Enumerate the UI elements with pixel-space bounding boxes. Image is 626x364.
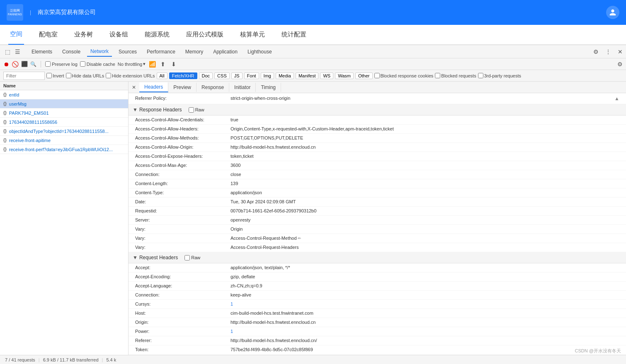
response-headers-section[interactable]: ▼ Response Headers Raw bbox=[129, 104, 626, 116]
nav-item-energy[interactable]: 能源系统 bbox=[143, 25, 171, 45]
tab-performance[interactable]: Performance bbox=[143, 47, 179, 56]
nav-bar: 空间 配电室 业务树 设备组 能源系统 应用公式模版 核算单元 统计配置 bbox=[0, 25, 626, 45]
filter-wasm[interactable]: Wasm bbox=[335, 72, 354, 79]
import-icon[interactable]: ⬆ bbox=[159, 60, 167, 68]
list-item[interactable]: {} receive-front-perf?data=eyJibGFua1Rpb… bbox=[0, 145, 128, 154]
filter-fetch-xhr[interactable]: Fetch/XHR bbox=[169, 72, 197, 79]
filter-ws[interactable]: WS bbox=[320, 72, 333, 79]
blocked-response-cookies-label[interactable]: Blocked response cookies bbox=[374, 73, 434, 78]
clear-button[interactable]: 🚫 bbox=[12, 61, 19, 67]
nav-item-formula[interactable]: 应用公式模版 bbox=[184, 25, 225, 45]
throttle-select[interactable]: No throttling ▾ bbox=[118, 61, 146, 67]
record-button[interactable]: ⏺ bbox=[3, 61, 9, 67]
tab-sources[interactable]: Sources bbox=[115, 47, 140, 56]
inspect-icon[interactable]: ⬚ bbox=[3, 48, 12, 56]
tab-headers[interactable]: Headers bbox=[139, 82, 168, 92]
request-headers-section[interactable]: ▼ Request Headers Raw bbox=[129, 252, 626, 263]
list-item[interactable]: {} PARK7942_EMS01 bbox=[0, 108, 128, 118]
req-icon: {} bbox=[3, 129, 7, 133]
raw-checkbox-response[interactable]: Raw bbox=[189, 107, 204, 113]
req-name: receive-front-perf?data=eyJibGFua1RpbWUi… bbox=[9, 147, 113, 152]
nav-item-space[interactable]: 空间 bbox=[8, 25, 24, 45]
header-row: Power: 1 bbox=[129, 327, 626, 336]
tab-lighthouse[interactable]: Lighthouse bbox=[244, 47, 275, 56]
tab-timing[interactable]: Timing bbox=[256, 83, 281, 92]
hide-data-urls-checkbox[interactable] bbox=[66, 73, 71, 78]
raw-checkbox-request[interactable]: Raw bbox=[184, 255, 200, 260]
tab-console[interactable]: Console bbox=[59, 47, 84, 56]
nav-item-device[interactable]: 设备组 bbox=[108, 25, 130, 45]
header-row: Content-Length: 139 bbox=[129, 179, 626, 188]
user-avatar[interactable] bbox=[606, 6, 619, 19]
header-row: Accept-Language: zh-CN,zh;q=0.9 bbox=[129, 282, 626, 291]
filter-all[interactable]: All bbox=[157, 72, 167, 79]
filter-img[interactable]: Img bbox=[261, 72, 274, 79]
section-arrow: ▼ bbox=[133, 107, 138, 113]
header-row: Connection: close bbox=[129, 170, 626, 179]
tab-memory[interactable]: Memory bbox=[182, 47, 206, 56]
filter-doc[interactable]: Doc bbox=[199, 72, 213, 79]
tab-network[interactable]: Network bbox=[87, 47, 112, 57]
blocked-response-cookies-checkbox[interactable] bbox=[374, 73, 380, 78]
header-row: Cursys: 1 bbox=[129, 300, 626, 309]
hide-extension-urls-label[interactable]: Hide extension URLs bbox=[106, 73, 155, 78]
logo: 泛能网 FANNENG | 南京荣高贸易有限公司 bbox=[7, 4, 96, 21]
third-party-label[interactable]: 3rd-party requests bbox=[478, 73, 521, 78]
filter-other[interactable]: Other bbox=[355, 72, 373, 79]
header-row: Accept-Encoding: gzip, deflate bbox=[129, 272, 626, 282]
third-party-checkbox[interactable] bbox=[478, 73, 483, 78]
tab-application[interactable]: Application bbox=[210, 47, 241, 56]
nav-item-power[interactable]: 配电室 bbox=[37, 25, 59, 45]
filter-js[interactable]: JS bbox=[231, 72, 243, 79]
disable-cache-checkbox[interactable] bbox=[80, 61, 85, 67]
disable-cache-label[interactable]: Disable cache bbox=[80, 61, 115, 67]
list-item[interactable]: {} objectIdAndType?objectId=176344028811… bbox=[0, 127, 128, 136]
req-icon: {} bbox=[3, 147, 7, 152]
list-item[interactable]: {} userMsg bbox=[0, 99, 128, 108]
list-item[interactable]: {} entId bbox=[0, 90, 128, 99]
nav-item-calc[interactable]: 核算单元 bbox=[238, 25, 267, 45]
tab-response[interactable]: Response bbox=[197, 83, 229, 92]
request-list: Name {} entId {} userMsg {} PARK7942_EMS… bbox=[0, 82, 129, 355]
tab-preview[interactable]: Preview bbox=[168, 83, 197, 92]
req-name: objectIdAndType?objectId=176344028811155… bbox=[9, 129, 109, 134]
filter-media[interactable]: Media bbox=[276, 72, 294, 79]
network-settings-icon[interactable]: ⚙ bbox=[617, 61, 623, 67]
tab-elements[interactable]: Elements bbox=[28, 47, 56, 56]
search-toggle[interactable]: 🔍 bbox=[30, 61, 36, 67]
filter-css[interactable]: CSS bbox=[214, 72, 230, 79]
blocked-requests-label[interactable]: Blocked requests bbox=[435, 73, 476, 78]
filter-toggle[interactable]: ⬛ bbox=[21, 61, 28, 67]
header-row: Access-Control-Expose-Headers: token,tic… bbox=[129, 152, 626, 161]
export-icon[interactable]: ⬇ bbox=[170, 60, 178, 68]
device-icon[interactable]: ☰ bbox=[13, 48, 22, 56]
referrer-policy-key: Referrer Policy: bbox=[135, 96, 231, 101]
req-icon: {} bbox=[3, 120, 7, 124]
settings-icon[interactable]: ⚙ bbox=[593, 48, 599, 55]
wifi-icon[interactable]: 📶 bbox=[148, 60, 156, 68]
raw-checkbox-response-input[interactable] bbox=[189, 107, 194, 113]
close-detail-button[interactable]: ✕ bbox=[129, 83, 139, 92]
devtools-tab-bar: ⬚ ☰ Elements Console Network Sources Per… bbox=[0, 45, 626, 58]
filter-manifest[interactable]: Manifest bbox=[296, 72, 319, 79]
watermark: CSDN @开水没有冬天 bbox=[575, 348, 621, 354]
raw-checkbox-request-input[interactable] bbox=[184, 255, 190, 260]
more-icon[interactable]: ⋮ bbox=[605, 48, 611, 55]
req-icon: {} bbox=[3, 92, 7, 97]
preserve-log-label[interactable]: Preserve log bbox=[45, 61, 78, 67]
invert-checkbox[interactable] bbox=[46, 73, 52, 78]
nav-item-tree[interactable]: 业务树 bbox=[73, 25, 95, 45]
hide-data-urls-label[interactable]: Hide data URLs bbox=[66, 73, 104, 78]
close-devtools-icon[interactable]: ✕ bbox=[618, 48, 623, 55]
hide-extension-urls-checkbox[interactable] bbox=[106, 73, 111, 78]
filter-font[interactable]: Font bbox=[244, 72, 259, 79]
list-item[interactable]: {} 1763440288111558656 bbox=[0, 118, 128, 127]
invert-label[interactable]: Invert bbox=[46, 73, 64, 78]
preserve-log-checkbox[interactable] bbox=[45, 61, 51, 67]
header-row: Accept: application/json, text/plain, */… bbox=[129, 263, 626, 272]
nav-item-stats[interactable]: 统计配置 bbox=[280, 25, 308, 45]
tab-initiator[interactable]: Initiator bbox=[229, 83, 256, 92]
blocked-requests-checkbox[interactable] bbox=[435, 73, 440, 78]
filter-input[interactable] bbox=[3, 72, 45, 80]
list-item[interactable]: {} receive-front-apitime bbox=[0, 136, 128, 145]
